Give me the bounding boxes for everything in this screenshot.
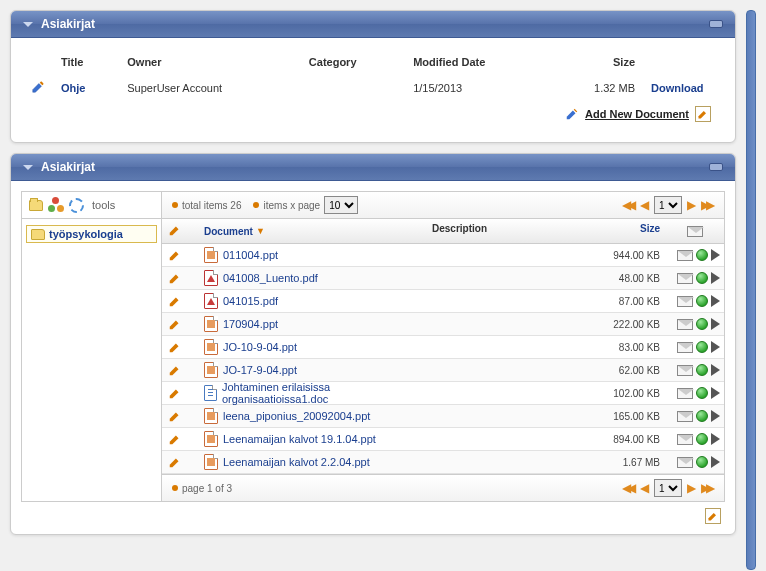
mail-icon[interactable] <box>677 434 693 445</box>
download-icon[interactable] <box>696 318 708 330</box>
folder-label: työpsykologia <box>49 228 123 240</box>
download-icon[interactable] <box>696 456 708 468</box>
file-description <box>426 460 596 464</box>
download-icon[interactable] <box>696 387 708 399</box>
download-icon[interactable] <box>696 272 708 284</box>
edit-file-icon[interactable] <box>168 455 182 469</box>
play-icon[interactable] <box>711 387 720 399</box>
play-icon[interactable] <box>711 433 720 445</box>
first-page-icon[interactable]: ◀◀ <box>622 198 632 212</box>
file-name-link[interactable]: Leenamaijan kalvot 2.2.04.ppt <box>223 456 370 468</box>
header-document[interactable]: Document▼ <box>198 219 426 243</box>
file-name-link[interactable]: leena_piponius_20092004.ppt <box>223 410 370 422</box>
file-name-link[interactable]: Leenamaijan kalvot 19.1.04.ppt <box>223 433 376 445</box>
download-link[interactable]: Download <box>651 82 704 94</box>
collapse-arrow-icon[interactable] <box>23 22 33 27</box>
panel-title: Asiakirjat <box>41 160 95 174</box>
edit-file-icon[interactable] <box>168 340 182 354</box>
col-size: Size <box>550 50 643 74</box>
doc-title-link[interactable]: Ohje <box>61 82 85 94</box>
file-size: 62.00 KB <box>596 363 666 378</box>
last-page-icon[interactable]: ▶▶ <box>701 481 711 495</box>
page-select[interactable]: 1 <box>654 479 682 497</box>
file-description <box>426 322 596 326</box>
add-new-document-link[interactable]: Add New Document <box>585 108 689 120</box>
download-icon[interactable] <box>696 364 708 376</box>
documents-panel-2: Asiakirjat tools total items 26 items x … <box>10 153 736 535</box>
download-icon[interactable] <box>696 341 708 353</box>
file-name-link[interactable]: 041015.pdf <box>223 295 278 307</box>
file-size: 944.00 KB <box>596 248 666 263</box>
edit-column-icon <box>168 223 182 237</box>
file-description <box>426 253 596 257</box>
categories-icon[interactable] <box>48 197 64 213</box>
file-row: JO-10-9-04.ppt83.00 KB <box>162 336 724 359</box>
edit-file-icon[interactable] <box>168 294 182 308</box>
download-icon[interactable] <box>696 249 708 261</box>
mail-icon[interactable] <box>677 388 693 399</box>
mail-icon[interactable] <box>677 273 693 284</box>
file-size: 1.67 MB <box>596 455 666 470</box>
file-row: leena_piponius_20092004.ppt165.00 KB <box>162 405 724 428</box>
collapse-arrow-icon[interactable] <box>23 165 33 170</box>
play-icon[interactable] <box>711 341 720 353</box>
play-icon[interactable] <box>711 364 720 376</box>
pdf-file-icon <box>204 293 218 309</box>
edit-file-icon[interactable] <box>168 363 182 377</box>
edit-file-icon[interactable] <box>168 432 182 446</box>
download-icon[interactable] <box>696 410 708 422</box>
download-icon[interactable] <box>696 295 708 307</box>
edit-file-icon[interactable] <box>168 271 182 285</box>
folder-icon <box>31 229 45 240</box>
prev-page-icon[interactable]: ◀ <box>640 198 649 212</box>
mail-icon[interactable] <box>677 411 693 422</box>
file-name-link[interactable]: 011004.ppt <box>223 249 278 261</box>
edit-page-icon[interactable] <box>695 106 711 122</box>
play-icon[interactable] <box>711 295 720 307</box>
settings-icon[interactable] <box>68 197 84 213</box>
mail-icon[interactable] <box>677 319 693 330</box>
header-description[interactable]: Description <box>426 219 596 243</box>
file-name-link[interactable]: JO-10-9-04.ppt <box>223 341 297 353</box>
mail-icon[interactable] <box>677 457 693 468</box>
mail-icon[interactable] <box>677 296 693 307</box>
edit-file-icon[interactable] <box>168 409 182 423</box>
mail-all-icon[interactable] <box>687 226 703 237</box>
edit-file-icon[interactable] <box>168 248 182 262</box>
edit-file-icon[interactable] <box>168 317 182 331</box>
folder-tree-item[interactable]: työpsykologia <box>26 225 157 243</box>
mail-icon[interactable] <box>677 365 693 376</box>
page-size-select[interactable]: 10 <box>324 196 358 214</box>
minimize-icon[interactable] <box>709 163 723 171</box>
play-icon[interactable] <box>711 318 720 330</box>
prev-page-icon[interactable]: ◀ <box>640 481 649 495</box>
page-select[interactable]: 1 <box>654 196 682 214</box>
ppt-file-icon <box>204 431 218 447</box>
edit-icon[interactable] <box>31 80 45 94</box>
edit-page-icon[interactable] <box>705 508 721 524</box>
play-icon[interactable] <box>711 272 720 284</box>
mail-icon[interactable] <box>677 342 693 353</box>
right-sidebar-handle[interactable] <box>746 10 756 570</box>
next-page-icon[interactable]: ▶ <box>687 198 696 212</box>
folder-view-icon[interactable] <box>28 197 44 213</box>
col-category: Category <box>301 50 405 74</box>
file-name-link[interactable]: 041008_Luento.pdf <box>223 272 318 284</box>
bullet-icon <box>172 485 178 491</box>
play-icon[interactable] <box>711 249 720 261</box>
items-per-page-label: items x page <box>263 200 320 211</box>
pager-bar: page 1 of 3 ◀◀ ◀ 1 ▶ ▶▶ <box>162 474 724 501</box>
download-icon[interactable] <box>696 433 708 445</box>
next-page-icon[interactable]: ▶ <box>687 481 696 495</box>
file-name-link[interactable]: JO-17-9-04.ppt <box>223 364 297 376</box>
file-name-link[interactable]: Johtaminen erilaisissa organisaatioissa1… <box>222 381 420 405</box>
mail-icon[interactable] <box>677 250 693 261</box>
last-page-icon[interactable]: ▶▶ <box>701 198 711 212</box>
edit-file-icon[interactable] <box>168 386 182 400</box>
play-icon[interactable] <box>711 456 720 468</box>
header-size[interactable]: Size <box>596 219 666 243</box>
minimize-icon[interactable] <box>709 20 723 28</box>
file-name-link[interactable]: 170904.ppt <box>223 318 278 330</box>
first-page-icon[interactable]: ◀◀ <box>622 481 632 495</box>
play-icon[interactable] <box>711 410 720 422</box>
